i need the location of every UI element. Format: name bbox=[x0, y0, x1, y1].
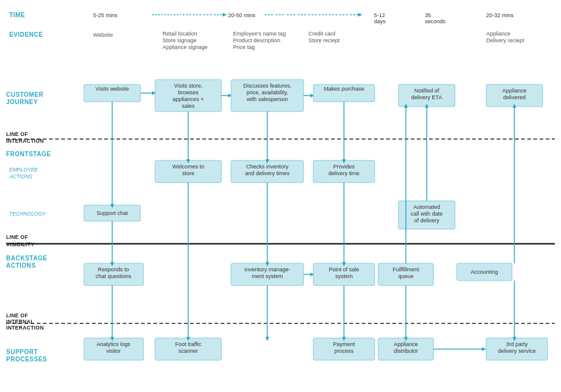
box-point-of-sale-text1: Point of sale bbox=[329, 266, 359, 273]
support-label1: SUPPORT bbox=[6, 349, 38, 355]
employee-actions-label2: ACTIONS bbox=[9, 173, 32, 179]
time-value-5: 20-32 mins bbox=[486, 12, 514, 18]
box-provides-delivery-text2: delivery time bbox=[329, 170, 360, 176]
svg-marker-23 bbox=[310, 94, 315, 97]
svg-marker-52 bbox=[265, 337, 269, 341]
svg-marker-77 bbox=[425, 104, 429, 108]
diagram-svg: TIME 5-25 mins 20-50 mins 5-12 days 35 s… bbox=[0, 0, 561, 392]
box-analytics-text2: visitor bbox=[106, 348, 121, 354]
evidence-2c: Appliance signage bbox=[162, 44, 208, 50]
box-discusses-text2: price, availability, bbox=[246, 89, 288, 96]
svg-marker-17 bbox=[358, 13, 362, 17]
time-value-2: 20-50 mins bbox=[228, 12, 256, 18]
box-third-party-text1: 3rd party bbox=[506, 341, 528, 347]
box-support-chat bbox=[84, 205, 140, 221]
box-delivered bbox=[486, 85, 543, 107]
svg-marker-61 bbox=[342, 337, 346, 341]
box-analytics bbox=[84, 338, 143, 360]
box-automated-call bbox=[399, 201, 455, 229]
svg-marker-19 bbox=[152, 91, 156, 95]
line-of-visibility-label2: VISIBILITY bbox=[6, 241, 34, 247]
line-of-internal-label3: INTERACTION bbox=[6, 325, 44, 331]
backstage-label1: BACKSTAGE bbox=[6, 255, 47, 262]
evidence-3b: Product description bbox=[233, 37, 280, 43]
box-accounting bbox=[457, 263, 512, 281]
box-inventory-mgmt-text2: ment system bbox=[251, 273, 283, 279]
box-foot-traffic-text2: scanner bbox=[178, 348, 198, 354]
box-welcomes-text1: Welcomes to bbox=[172, 164, 204, 170]
box-provides-delivery-text1: Provides bbox=[333, 164, 355, 170]
box-visits-store-text2: browses bbox=[178, 89, 199, 96]
backstage-label2: ACTIONS bbox=[6, 262, 36, 269]
customer-journey-label2: JOURNEY bbox=[6, 99, 38, 105]
box-fullfillment-text2: queue bbox=[398, 273, 413, 279]
svg-marker-7 bbox=[223, 13, 227, 17]
box-discusses bbox=[231, 80, 303, 111]
svg-marker-25 bbox=[310, 273, 315, 276]
time-value-1: 5-25 mins bbox=[93, 12, 118, 18]
box-fullfillment-text1: Fullfillment bbox=[392, 266, 419, 273]
svg-marker-36 bbox=[110, 337, 114, 341]
box-inventory-mgmt-text1: Inventory manage- bbox=[244, 266, 290, 273]
svg-marker-75 bbox=[513, 337, 516, 341]
svg-marker-43 bbox=[186, 337, 190, 341]
box-makes-purchase-text1: Makes purchase bbox=[324, 86, 364, 92]
line-of-visibility-label1: LINE OF bbox=[6, 234, 28, 240]
box-provides-delivery bbox=[313, 160, 375, 183]
evidence-3a: Employee's name tag bbox=[233, 31, 286, 37]
svg-marker-69 bbox=[404, 337, 408, 341]
box-responds-chat-text2: chat questions bbox=[96, 273, 132, 279]
box-responds-chat bbox=[84, 263, 143, 285]
svg-marker-49 bbox=[265, 262, 269, 266]
box-payment-text2: process bbox=[334, 348, 354, 354]
box-checks-inventory bbox=[231, 160, 303, 183]
svg-marker-27 bbox=[482, 347, 486, 351]
time-value-3b: days bbox=[374, 18, 386, 24]
svg-marker-55 bbox=[342, 159, 346, 164]
box-payment bbox=[313, 338, 375, 360]
box-appliance-dist bbox=[378, 338, 433, 360]
box-third-party bbox=[486, 338, 548, 360]
box-payment-text1: Payment bbox=[333, 341, 355, 347]
time-label: TIME bbox=[9, 12, 25, 18]
box-foot-traffic-text1: Foot traffic bbox=[175, 341, 202, 347]
time-value-3: 5-12 bbox=[374, 12, 385, 18]
box-makes-purchase bbox=[313, 85, 375, 102]
frontstage-label: FRONTSTAGE bbox=[6, 151, 51, 157]
box-discusses-text3: with salesperson bbox=[246, 96, 288, 102]
box-welcomes-text2: store bbox=[182, 170, 194, 176]
evidence-label: EVIDENCE bbox=[9, 31, 43, 38]
box-point-of-sale bbox=[313, 263, 375, 285]
box-fullfillment bbox=[378, 263, 433, 285]
svg-marker-30 bbox=[110, 204, 114, 208]
box-delivered-text2: delivered bbox=[503, 94, 526, 100]
box-inventory-mgmt bbox=[231, 263, 303, 285]
evidence-3c: Price tag bbox=[233, 44, 255, 50]
line-of-interaction-label2: INTERACTION bbox=[6, 138, 44, 144]
evidence-5a: Appliance bbox=[486, 31, 511, 37]
box-visits-website-text: Visits website bbox=[96, 86, 129, 92]
box-visits-store-text1: Visits store, bbox=[174, 83, 202, 89]
employee-actions-label1: EMPLOYEE bbox=[9, 167, 38, 173]
box-checks-inventory-text2: and delivery times bbox=[245, 170, 290, 176]
line-of-internal-label1: LINE OF bbox=[6, 312, 28, 318]
box-accounting-text: Accounting bbox=[471, 269, 498, 275]
evidence-1: Website bbox=[93, 32, 113, 38]
svg-marker-21 bbox=[228, 94, 232, 97]
box-visits-website bbox=[84, 85, 140, 102]
technology-label: TECHNOLOGY bbox=[9, 211, 47, 217]
svg-marker-46 bbox=[265, 159, 269, 164]
box-foot-traffic bbox=[155, 338, 221, 360]
box-third-party-text2: delivery service bbox=[498, 348, 536, 354]
box-discusses-text1: Discusses features, bbox=[243, 83, 292, 89]
diagram: TIME 5-25 mins 20-50 mins 5-12 days 35 s… bbox=[0, 0, 561, 392]
time-value-4: 35 bbox=[425, 12, 431, 18]
box-automated-call-text1: Automated bbox=[413, 204, 440, 210]
box-point-of-sale-text2: system bbox=[335, 273, 353, 279]
box-delivered-text1: Appliance bbox=[502, 88, 527, 94]
box-automated-call-text3: of delivery bbox=[414, 217, 440, 224]
box-notified-text1: Notified of bbox=[414, 88, 440, 94]
evidence-5b: Delivery reciept bbox=[486, 37, 525, 43]
box-notified-text2: delivery ETA bbox=[411, 94, 442, 100]
box-notified bbox=[399, 85, 455, 107]
